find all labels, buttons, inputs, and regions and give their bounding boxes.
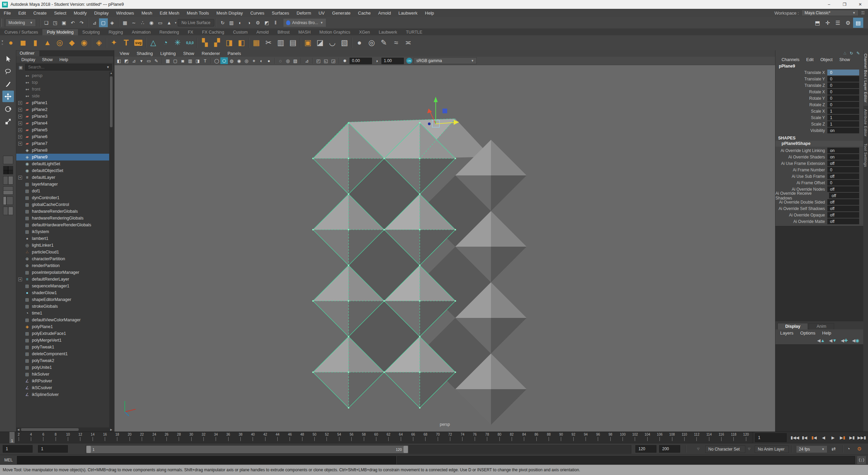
time-tick[interactable]: 58 [361,433,367,443]
channel-value-field[interactable]: on [827,154,859,160]
time-tick[interactable]: 22 [139,433,145,443]
lasso-tool[interactable] [2,65,14,77]
time-tick[interactable]: 48 [299,433,305,443]
pane-layout-icon[interactable]: ◰ [315,57,322,64]
outliner-item-poseinterpolatormanager[interactable]: ▤poseInterpolatorManager [16,269,109,276]
menu-deform[interactable]: Deform [293,11,315,16]
outliner-item-shapeeditormanager[interactable]: ▤shapeEditorManager [16,296,109,303]
x-axis-handle[interactable] [427,109,432,113]
safe-action-icon[interactable]: ◨ [194,57,201,64]
outliner-menu-display[interactable]: Display [18,57,38,62]
outliner-item-polyextrudeface1[interactable]: ▤polyExtrudeFace1 [16,330,109,337]
shelf-tab-sculpting[interactable]: Sculpting [78,29,104,35]
menu-set-select[interactable]: Modeling ▼ [5,19,36,27]
time-tick[interactable]: 34 [213,433,219,443]
menu-edit[interactable]: Edit [15,11,29,16]
save-scene-icon[interactable]: ▣ [60,18,68,27]
outliner-item-dof1[interactable]: ▤dof1 [16,188,109,194]
channel-value-field[interactable]: 1 [827,121,859,127]
account-dropdown[interactable]: Andreas Bro... ▼ [283,19,326,27]
channel-label[interactable]: Translate Z [805,83,825,88]
go-to-end-button[interactable]: ▶▶▮ [857,434,866,442]
menu-display[interactable]: Display [91,11,113,16]
outliner-item-iksystem[interactable]: ▤ikSystem [16,228,109,235]
expand-icon[interactable]: + [18,128,22,132]
time-tick[interactable]: 56 [349,433,355,443]
menu-curves[interactable]: Curves [246,11,268,16]
modeling-toolkit-icon[interactable]: ⬒ [812,18,823,28]
outliner-item-defaulthardwarerenderglobals[interactable]: ▤defaultHardwareRenderGlobals [16,222,109,228]
sculpt-tool-icon[interactable]: ✎ [378,37,390,49]
shelf-tab-rigging[interactable]: Rigging [104,29,127,35]
make-live-icon[interactable]: ▲ [165,18,174,27]
resolution-gate-icon[interactable]: ▢ [172,57,179,64]
layer-tab-display[interactable]: Display [777,323,808,329]
outliner-item-pplane9[interactable]: ◈pPlane9 [16,154,109,160]
time-tick[interactable]: 80 [496,433,502,443]
time-tick[interactable]: 24 [151,433,157,443]
image-plane-icon[interactable]: ▭ [145,57,153,64]
playback-start-field[interactable]: 1 [38,445,68,453]
scale-tool[interactable] [2,116,14,127]
channel-value-field[interactable]: 0 [827,76,859,82]
shelf-tab-turtle[interactable]: TURTLE [401,29,427,35]
search-input[interactable] [27,64,97,70]
shelf-tab-mash[interactable]: MASH [294,29,315,35]
channel-value-field[interactable]: on [827,148,859,153]
shelf-tab-curves-surfaces[interactable]: Curves / Surfaces [0,29,42,35]
channel-value-field[interactable]: 0 [827,180,859,186]
channel-value-field[interactable]: 1 [827,115,859,120]
time-tick[interactable]: 114 [706,433,712,443]
shelf-tab-arnold[interactable]: Arnold [252,29,273,35]
time-tick[interactable]: 16 [102,433,108,443]
snap-to-grid-icon[interactable]: ▦ [121,18,130,27]
scene-3d-view[interactable] [115,65,775,432]
viewport-menu-show[interactable]: Show [179,51,198,56]
shelf-tab-fx-caching[interactable]: FX Caching [198,29,229,35]
isolate-select-icon[interactable]: ⊿ [303,57,311,64]
pane-previous-icon[interactable]: ◲ [330,57,337,64]
channel-label[interactable]: Ai Override Double Sided [779,200,825,205]
outliner-item-front[interactable]: ■◄front [16,86,109,93]
time-tick[interactable]: 68 [422,433,429,443]
grip-handle[interactable] [1,19,4,27]
outliner-horizontal-scrollbar[interactable]: ◀ ▶ [16,428,113,432]
time-tick[interactable]: 84 [521,433,527,443]
shelf-tab-custom[interactable]: Custom [229,29,252,35]
time-tick[interactable]: 10 [65,433,71,443]
time-tick[interactable]: 14 [90,433,96,443]
redo-icon[interactable]: ↷ [77,18,86,27]
divider[interactable] [40,18,40,27]
outliner-menu-help[interactable]: Help [56,57,71,62]
expand-icon[interactable]: + [18,176,22,179]
scroll-left-icon[interactable]: ◀ [16,428,20,431]
channel-label[interactable]: Ai Use Sub Frame [792,174,825,179]
append-polygon-icon[interactable]: ▧ [338,37,351,49]
live-surface-field[interactable]: No Live Surface [178,19,214,26]
gamma-field[interactable]: 1.00 [381,58,404,64]
time-tick[interactable]: 108 [669,433,675,443]
play-backwards-button[interactable]: ◀ [820,434,828,442]
outliner-item-pplane6[interactable]: +▰pPlane6 [16,133,109,140]
channel-value-field[interactable]: 0 [827,95,859,101]
shadows-icon[interactable]: ◐ [258,57,265,64]
anim-layer-field[interactable]: No Anim Layer [755,445,789,453]
time-tick[interactable]: 112 [694,433,700,443]
film-gate-icon[interactable]: ▦ [164,57,172,64]
workspace-select[interactable]: Maya Classic* ▼ [802,10,859,16]
character-set-menu-icon[interactable]: ▽ [697,447,699,451]
divider[interactable] [118,18,119,27]
extrude-icon[interactable]: ▣ [302,37,314,49]
script-editor-button[interactable]: {;} [857,456,866,464]
channel-value-field[interactable]: 0 [827,70,859,75]
lock-camera-icon[interactable]: ◩ [123,57,130,64]
time-tick[interactable]: 32 [200,433,206,443]
layout-two-pane-vertical[interactable] [3,176,13,185]
channel-label[interactable]: Ai Frame Number [793,168,825,172]
layer-menu-layers[interactable]: Layers [777,330,797,336]
rotate-tool[interactable] [2,103,14,115]
viewport-menu-lighting[interactable]: Lighting [157,51,180,56]
snap-to-point-icon[interactable]: ∴ [138,18,147,27]
outliner-item-strokeglobals[interactable]: ▤strokeGlobals [16,303,109,310]
outliner-item-polyplane1[interactable]: ◈polyPlane1 [16,323,109,330]
